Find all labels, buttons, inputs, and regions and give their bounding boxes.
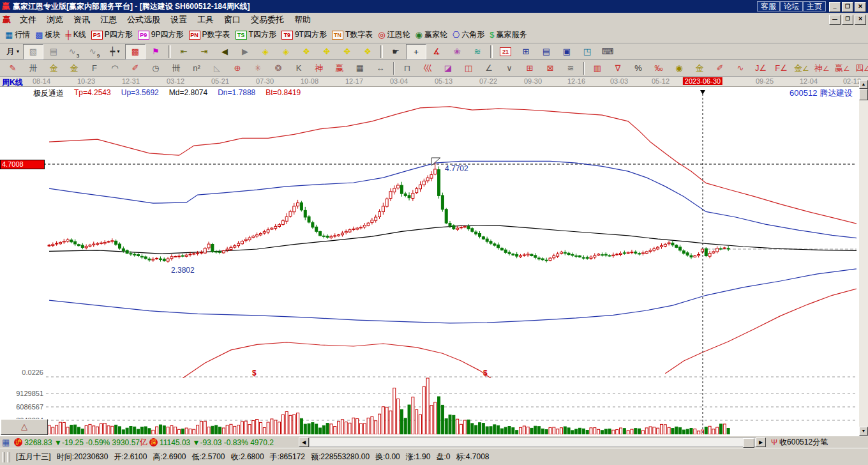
- vertical-scrollbar[interactable]: ▲ ▼: [859, 80, 868, 436]
- home-button[interactable]: 主页: [803, 1, 826, 11]
- crosshair-tool-icon[interactable]: ＋: [406, 44, 426, 59]
- trend-line-icon[interactable]: ∠: [479, 61, 499, 76]
- sectors-button[interactable]: ▩板块: [33, 27, 63, 43]
- capture-icon[interactable]: ◳: [577, 44, 597, 59]
- minimize-button[interactable]: _: [829, 2, 841, 12]
- gann-hline-icon[interactable]: 卅: [23, 61, 43, 76]
- horizontal-scrollbar[interactable]: ◀ ▶: [299, 437, 766, 448]
- expand-h-icon[interactable]: ❖: [296, 44, 317, 59]
- fan1-icon[interactable]: ◪: [438, 61, 458, 76]
- winner-wheel-button[interactable]: ◉赢家轮: [413, 27, 450, 43]
- expand-all-icon[interactable]: ❖: [357, 44, 378, 59]
- last-page-icon[interactable]: ⇥: [194, 44, 214, 59]
- pitchfork-icon[interactable]: ∿: [730, 61, 751, 76]
- gold-circle-icon[interactable]: ◉: [669, 61, 689, 76]
- starburst-icon[interactable]: ✳: [248, 61, 268, 76]
- angle-win-icon[interactable]: 赢∠: [832, 61, 853, 76]
- vline-icon[interactable]: ∨: [499, 61, 520, 76]
- mdi-close-button[interactable]: ✕: [855, 15, 866, 25]
- box-tool-icon[interactable]: ⊓: [397, 61, 417, 76]
- calculator-icon[interactable]: ⊞: [516, 44, 536, 59]
- angle-measure-icon[interactable]: ∡: [426, 44, 447, 59]
- zoom-pattern-icon[interactable]: ▩: [125, 44, 146, 59]
- first-page-icon[interactable]: ⇤: [174, 44, 194, 59]
- pen-tool-icon[interactable]: ✎: [3, 61, 23, 76]
- restore-button[interactable]: ❐: [842, 2, 853, 12]
- compress-all-icon[interactable]: ✥: [337, 44, 357, 59]
- f10-info-icon[interactable]: ▤: [43, 44, 64, 59]
- candlestick-chart[interactable]: 4.77022.38020.0226912985160865673043284$…: [0, 86, 857, 434]
- angle-four-icon[interactable]: 四∠: [853, 61, 868, 76]
- scroll-left-arrow[interactable]: ◀: [299, 438, 309, 447]
- n2-icon[interactable]: n²: [186, 61, 207, 76]
- menu-item-公式选股[interactable]: 公式选股: [122, 13, 165, 27]
- menu-item-交易委托[interactable]: 交易委托: [246, 13, 289, 27]
- golden-v-icon[interactable]: 金: [64, 61, 84, 76]
- percent-line-icon[interactable]: ∇: [608, 61, 628, 76]
- grid2-icon[interactable]: ▦: [350, 61, 370, 76]
- compress-right-icon[interactable]: ◈: [276, 44, 296, 59]
- menu-item-窗口[interactable]: 窗口: [219, 13, 246, 27]
- time-circle-icon[interactable]: ◷: [146, 61, 166, 76]
- scroll-right-arrow[interactable]: ▶: [756, 438, 766, 447]
- golden-h-icon[interactable]: 金: [43, 61, 64, 76]
- stats-icon[interactable]: ▥: [587, 61, 608, 76]
- gann-wheel-button[interactable]: ◎江恩轮: [375, 27, 412, 43]
- menu-item-工具[interactable]: 工具: [192, 13, 219, 27]
- print-icon[interactable]: ⌨: [597, 44, 618, 59]
- shen-icon[interactable]: 神: [309, 61, 329, 76]
- arc-icon[interactable]: ◠: [105, 61, 125, 76]
- next-page-icon[interactable]: ▶: [235, 44, 255, 59]
- color-chart-icon[interactable]: ⚑: [146, 44, 166, 59]
- measure-icon[interactable]: ✐: [125, 61, 146, 76]
- calendar-icon[interactable]: 21: [495, 44, 516, 59]
- win-icon[interactable]: 赢: [329, 61, 350, 76]
- indicator-toggle-button[interactable]: △: [1, 419, 48, 435]
- time-cycle-icon[interactable]: ❀: [447, 44, 467, 59]
- scroll-up-arrow[interactable]: ▲: [859, 80, 868, 89]
- permille-icon[interactable]: ‰: [648, 61, 669, 76]
- grid-count-icon[interactable]: 卌: [166, 61, 186, 76]
- compress-h-icon[interactable]: ✥: [317, 44, 337, 59]
- kline-button[interactable]: ╪K线: [63, 27, 89, 43]
- brush2-icon[interactable]: ✐: [710, 61, 730, 76]
- target-icon[interactable]: ⊕: [227, 61, 248, 76]
- angle-j-icon[interactable]: J∠: [751, 61, 771, 76]
- t-square-button[interactable]: TST四方形: [233, 27, 279, 43]
- t9-square-button[interactable]: T99T四方形: [279, 27, 329, 43]
- layout-icon[interactable]: ▧: [23, 44, 43, 59]
- t-number-button[interactable]: TNT数字表: [329, 27, 375, 43]
- candle-style-icon[interactable]: ┿▾: [105, 44, 125, 59]
- period-month-button[interactable]: 月▾: [3, 44, 23, 59]
- angle-gold-icon[interactable]: 金∠: [791, 61, 812, 76]
- tick-receiver-status[interactable]: Ψ 收600512分笔: [771, 437, 828, 448]
- menu-item-文件[interactable]: 文件: [15, 13, 41, 27]
- angle-icon[interactable]: ◺: [207, 61, 227, 76]
- menu-item-江恩[interactable]: 江恩: [95, 13, 122, 27]
- save-icon[interactable]: ▣: [557, 44, 577, 59]
- quote-table-icon[interactable]: ▦: [2, 438, 10, 447]
- angle-shen-icon[interactable]: 神∠: [812, 61, 832, 76]
- scroll-down-arrow[interactable]: ▼: [859, 427, 868, 436]
- angle-f-icon[interactable]: F∠: [771, 61, 791, 76]
- horizontal-scroll-thumb[interactable]: [743, 438, 754, 448]
- menu-item-设置[interactable]: 设置: [165, 13, 192, 27]
- fib-icon[interactable]: F: [84, 61, 105, 76]
- menu-item-浏览[interactable]: 浏览: [41, 13, 68, 27]
- rays-icon[interactable]: 巛: [417, 61, 438, 76]
- title-bar[interactable]: 赢 赢家江恩专业版[赢家内部服务平台] - [腾达建设 SH600512-184…: [0, 0, 868, 13]
- wave-tool-icon[interactable]: ≋: [467, 44, 488, 59]
- compress-left-icon[interactable]: ◈: [255, 44, 276, 59]
- memo-icon[interactable]: ▤: [536, 44, 557, 59]
- percent-icon[interactable]: %: [628, 61, 648, 76]
- mini-chart3-icon[interactable]: ∿3: [64, 44, 84, 59]
- winner-service-button[interactable]: $赢家服务: [487, 27, 529, 43]
- close-button[interactable]: ✕: [855, 2, 866, 12]
- quotes-button[interactable]: ▦行情: [3, 27, 33, 43]
- grid4-icon[interactable]: ⊠: [540, 61, 560, 76]
- service-button[interactable]: 客服: [757, 1, 780, 11]
- mini-chart9-icon[interactable]: ∿9: [84, 44, 105, 59]
- vertical-scroll-thumb[interactable]: [859, 89, 868, 100]
- p-number-button[interactable]: PNP数字表: [186, 27, 233, 43]
- mdi-restore-button[interactable]: ❐: [842, 15, 853, 25]
